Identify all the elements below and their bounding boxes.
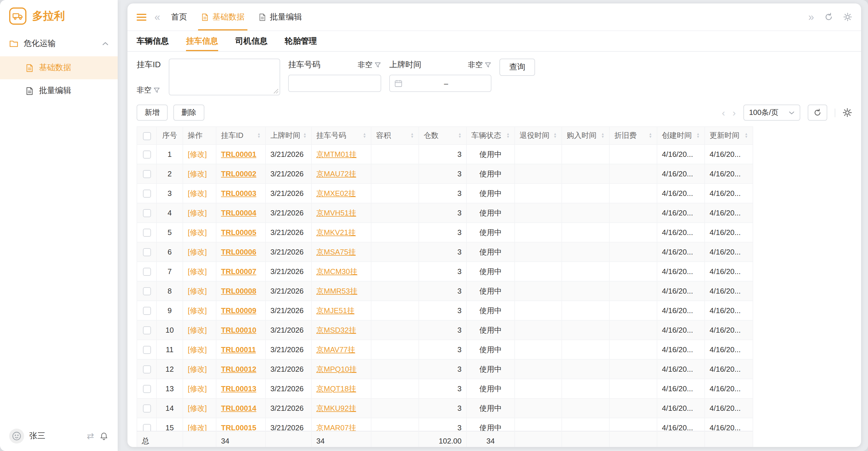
table-refresh-button[interactable]: [808, 105, 827, 121]
col-status[interactable]: 车辆状态▲▼: [466, 127, 515, 144]
page-size-select[interactable]: 100条/页: [743, 105, 800, 121]
row-trailer-id-link[interactable]: TRL00012: [221, 365, 256, 373]
row-checkbox[interactable]: [143, 307, 151, 315]
row-plate-link[interactable]: 京MKV21挂: [316, 228, 355, 236]
row-edit-link[interactable]: [修改]: [188, 403, 207, 412]
row-trailer-id-link[interactable]: TRL00002: [221, 169, 256, 178]
row-trailer-id-link[interactable]: TRL00009: [221, 306, 256, 315]
reg-time-not-empty-filter[interactable]: 非空: [468, 60, 491, 70]
row-plate-link[interactable]: 京MMR53挂: [316, 286, 358, 295]
row-checkbox[interactable]: [143, 366, 151, 374]
row-plate-link[interactable]: 京MXE02挂: [316, 189, 355, 197]
sort-icon[interactable]: ▲▼: [553, 133, 557, 138]
next-page-icon[interactable]: ›: [733, 108, 736, 117]
row-edit-link[interactable]: [修改]: [188, 345, 207, 354]
col-updated[interactable]: 更新时间▲▼: [705, 127, 753, 144]
sort-icon[interactable]: ▲▼: [458, 133, 462, 138]
delete-button[interactable]: 删除: [174, 105, 205, 121]
tab-trailer-info[interactable]: 挂车信息: [186, 31, 218, 51]
row-edit-link[interactable]: [修改]: [188, 306, 207, 314]
avatar[interactable]: [9, 429, 24, 444]
row-edit-link[interactable]: [修改]: [188, 384, 207, 393]
sidebar-item-basic-data[interactable]: 基础数据: [0, 56, 118, 79]
col-created[interactable]: 创建时间▲▼: [657, 127, 705, 144]
col-depreciation[interactable]: 折旧费▲▼: [609, 127, 657, 144]
row-checkbox[interactable]: [143, 268, 151, 276]
row-edit-link[interactable]: [修改]: [188, 286, 207, 295]
search-button[interactable]: 查询: [499, 59, 535, 76]
row-checkbox[interactable]: [143, 287, 151, 295]
row-checkbox[interactable]: [143, 424, 151, 431]
row-plate-link[interactable]: 京MSD32挂: [316, 326, 356, 334]
sort-icon[interactable]: ▲▼: [745, 133, 748, 138]
row-edit-link[interactable]: [修改]: [188, 326, 207, 334]
row-checkbox[interactable]: [143, 346, 151, 354]
row-checkbox[interactable]: [143, 190, 151, 198]
row-plate-link[interactable]: 京MAU72挂: [316, 169, 356, 178]
row-edit-link[interactable]: [修改]: [188, 169, 207, 178]
row-plate-link[interactable]: 京MVH51挂: [316, 208, 356, 217]
row-plate-link[interactable]: 京MAR07挂: [316, 423, 356, 431]
plate-not-empty-filter[interactable]: 非空: [358, 60, 381, 70]
row-trailer-id-link[interactable]: TRL00004: [221, 208, 256, 217]
row-plate-link[interactable]: 京MCM30挂: [316, 267, 358, 276]
row-trailer-id-link[interactable]: TRL00005: [221, 228, 256, 237]
expand-tabs-right-icon[interactable]: »: [808, 12, 814, 22]
sort-icon[interactable]: ▲▼: [696, 133, 700, 138]
sort-icon[interactable]: ▲▼: [506, 133, 510, 138]
tab-vehicle-info[interactable]: 车辆信息: [136, 31, 169, 51]
col-cabins[interactable]: 仓数▲▼: [419, 127, 466, 144]
tab-home[interactable]: 首页: [168, 3, 190, 30]
row-trailer-id-link[interactable]: TRL00011: [221, 345, 256, 354]
row-edit-link[interactable]: [修改]: [188, 189, 207, 197]
sort-icon[interactable]: ▲▼: [601, 133, 604, 138]
row-checkbox[interactable]: [143, 249, 151, 256]
hamburger-menu-icon[interactable]: [136, 3, 146, 30]
row-trailer-id-link[interactable]: TRL00014: [221, 404, 256, 413]
row-plate-link[interactable]: 京MTM01挂: [316, 150, 356, 158]
col-purchase-date[interactable]: 购入时间▲▼: [562, 127, 609, 144]
plate-input[interactable]: [288, 75, 381, 92]
row-checkbox[interactable]: [143, 327, 151, 335]
row-plate-link[interactable]: 京MKU92挂: [316, 403, 356, 412]
row-trailer-id-link[interactable]: TRL00015: [221, 423, 256, 431]
row-trailer-id-link[interactable]: TRL00007: [221, 267, 256, 276]
row-edit-link[interactable]: [修改]: [188, 423, 207, 431]
sort-icon[interactable]: ▲▼: [363, 133, 366, 138]
row-trailer-id-link[interactable]: TRL00008: [221, 287, 256, 295]
sort-icon[interactable]: ▲▼: [649, 133, 652, 138]
gear-icon[interactable]: [843, 12, 852, 21]
row-edit-link[interactable]: [修改]: [188, 267, 207, 276]
select-all-checkbox[interactable]: [143, 132, 151, 140]
row-plate-link[interactable]: 京MPQ10挂: [316, 365, 356, 373]
tab-tire-management[interactable]: 轮胎管理: [285, 31, 317, 51]
bell-icon[interactable]: [99, 431, 108, 441]
column-settings-icon[interactable]: [843, 108, 852, 117]
trailer-id-not-empty-filter[interactable]: 非空: [136, 85, 165, 95]
col-retire-date[interactable]: 退役时间▲▼: [515, 127, 562, 144]
row-edit-link[interactable]: [修改]: [188, 365, 207, 373]
row-edit-link[interactable]: [修改]: [188, 150, 207, 158]
row-edit-link[interactable]: [修改]: [188, 247, 207, 256]
date-range-input[interactable]: –: [389, 75, 491, 92]
row-plate-link[interactable]: 京MJE51挂: [316, 306, 354, 314]
row-plate-link[interactable]: 京MQT18挂: [316, 384, 356, 393]
collapse-tabs-left-icon[interactable]: «: [154, 3, 160, 30]
row-trailer-id-link[interactable]: TRL00001: [221, 150, 256, 159]
row-plate-link[interactable]: 京MSA75挂: [316, 247, 355, 256]
sidebar-group-dangerous-transport[interactable]: 危化运输: [0, 31, 118, 56]
sidebar-item-batch-edit[interactable]: 批量编辑: [0, 79, 118, 102]
row-checkbox[interactable]: [143, 405, 151, 413]
row-plate-link[interactable]: 京MAV77挂: [316, 345, 355, 354]
trailer-id-input[interactable]: [169, 59, 280, 95]
col-volume[interactable]: 容积▲▼: [371, 127, 419, 144]
sort-icon[interactable]: ▲▼: [257, 133, 260, 138]
tab-basic-data[interactable]: 基础数据: [198, 3, 247, 30]
row-trailer-id-link[interactable]: TRL00006: [221, 248, 256, 256]
table-scroll-area[interactable]: 序号 操作 挂车ID▲▼ 上牌时间▲▼ 挂车号码▲▼ 容积▲▼ 仓数▲▼ 车辆状…: [136, 126, 852, 431]
row-checkbox[interactable]: [143, 209, 151, 218]
tab-batch-edit[interactable]: 批量编辑: [255, 3, 305, 30]
tab-driver-info[interactable]: 司机信息: [236, 31, 268, 51]
col-trailer-id[interactable]: 挂车ID▲▼: [216, 127, 266, 144]
swap-icon[interactable]: ⇄: [87, 431, 94, 441]
